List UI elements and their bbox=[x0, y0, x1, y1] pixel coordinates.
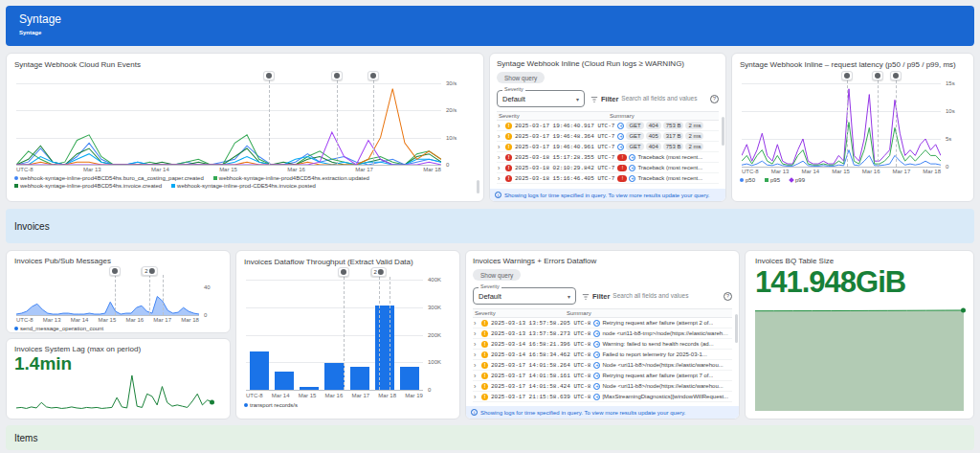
legend-item[interactable]: p95 bbox=[765, 177, 780, 183]
legend-label: webhook-syntage-inline-prod4BCD54hs.extr… bbox=[219, 175, 369, 181]
show-query-button[interactable]: Show query bbox=[473, 269, 521, 281]
legend-item[interactable]: webhook-syntage-inline-prod4BCD54hs.extr… bbox=[213, 175, 369, 181]
expand-chevron-icon[interactable]: › bbox=[474, 351, 479, 358]
expand-chevron-icon[interactable]: › bbox=[474, 362, 479, 369]
expand-plus-icon[interactable]: + bbox=[617, 123, 624, 129]
expand-chevron-icon[interactable]: › bbox=[498, 154, 502, 161]
log-row[interactable]: ›!2025-03-18 15:17:28.355 UTC-7!+Traceba… bbox=[497, 152, 719, 163]
log-summary: +Warning: failed to send health records … bbox=[593, 341, 731, 348]
log-row[interactable]: ›!2025-03-17 19:46:40.961 UTC-7+GET40475… bbox=[497, 142, 719, 152]
log-row[interactable]: ›!2025-03-18 15:16:46.405 UTC-7!+Traceba… bbox=[497, 173, 719, 184]
expand-chevron-icon[interactable]: › bbox=[498, 144, 502, 150]
expand-plus-icon[interactable]: + bbox=[593, 383, 600, 390]
help-icon[interactable]: ? bbox=[724, 292, 732, 301]
event-dot-icon bbox=[341, 269, 346, 275]
cloud-run-events-chart[interactable]: 30/s20/s10/s0 bbox=[16, 83, 441, 166]
log-row[interactable]: ›!2025-03-17 19:46:48.364 UTC-7+GET40531… bbox=[497, 131, 719, 142]
event-marker-badge[interactable]: 2 bbox=[142, 266, 157, 276]
event-marker-badge[interactable] bbox=[368, 71, 379, 80]
bar[interactable] bbox=[300, 387, 319, 390]
event-marker-badge[interactable] bbox=[890, 71, 902, 80]
search-input[interactable]: Search all fields and values bbox=[621, 95, 707, 102]
legend-scrollbar[interactable] bbox=[477, 180, 479, 193]
expand-plus-icon[interactable]: + bbox=[617, 144, 624, 150]
legend-marker-icon bbox=[14, 184, 18, 188]
panel-title: Syntage Webhook Inline – request latency… bbox=[740, 60, 966, 69]
bar[interactable] bbox=[375, 306, 394, 390]
event-marker-badge[interactable] bbox=[841, 71, 853, 80]
expand-plus-icon[interactable]: + bbox=[593, 330, 600, 337]
bar[interactable] bbox=[250, 351, 269, 390]
event-marker-badge[interactable] bbox=[338, 267, 349, 277]
pubsub-chart[interactable]: 4002 bbox=[16, 278, 199, 316]
log-row[interactable]: ›!2025-03-13 13:57:58.205 UTC-8+Retrying… bbox=[473, 318, 732, 328]
expand-plus-icon[interactable]: + bbox=[593, 320, 600, 327]
log-row[interactable]: ›!2025-03-13 13:57:58.273 UTC-8+node <ur… bbox=[473, 328, 732, 339]
section-header-invoices[interactable]: Invoices bbox=[6, 209, 974, 243]
log-row[interactable]: ›!2025-03-14 16:58:21.396 UTC-8+Warning:… bbox=[473, 339, 732, 350]
log-row[interactable]: ›!2025-03-17 14:01:58.424 UTC-8+Node <ur… bbox=[473, 381, 732, 392]
bq-size-area-chart[interactable] bbox=[755, 305, 964, 411]
expand-plus-icon[interactable]: + bbox=[593, 351, 600, 358]
event-marker-badge[interactable]: 2 bbox=[371, 267, 387, 277]
filter-icon bbox=[582, 287, 590, 305]
expand-chevron-icon[interactable]: › bbox=[474, 320, 479, 327]
expand-chevron-icon[interactable]: › bbox=[498, 165, 502, 171]
event-marker-badge[interactable] bbox=[263, 71, 275, 80]
expand-chevron-icon[interactable]: › bbox=[474, 373, 479, 379]
logs-scrollbar[interactable] bbox=[735, 314, 738, 343]
log-row[interactable]: ›!2025-03-17 14:01:58.161 UTC-8+Retrying… bbox=[473, 371, 732, 381]
expand-plus-icon[interactable]: + bbox=[593, 373, 600, 379]
log-timestamp: 2025-03-18 15:17:28.355 UTC-7 bbox=[515, 154, 614, 161]
system-lag-sparkline[interactable] bbox=[16, 375, 212, 410]
legend-item[interactable]: transport records/s bbox=[244, 402, 298, 408]
log-row[interactable]: ›!2025-03-17 19:46:40.917 UTC-7+GET40475… bbox=[497, 121, 719, 131]
expand-plus-icon[interactable]: + bbox=[629, 154, 635, 161]
legend-marker-icon bbox=[171, 184, 175, 188]
legend-item[interactable]: p50 bbox=[740, 177, 755, 183]
bar[interactable] bbox=[400, 367, 419, 390]
bar[interactable] bbox=[350, 367, 369, 390]
legend-item[interactable]: webhook-syntage-inline-prod-CDE54hs.invo… bbox=[171, 183, 316, 189]
help-icon[interactable]: ? bbox=[710, 95, 719, 103]
legend-item[interactable]: send_message_operation_count bbox=[14, 326, 103, 331]
expand-plus-icon[interactable]: + bbox=[629, 175, 635, 182]
expand-plus-icon[interactable]: + bbox=[617, 133, 624, 140]
event-marker-badge[interactable] bbox=[109, 266, 121, 276]
bar[interactable] bbox=[275, 372, 294, 390]
error-badge-icon: ! bbox=[617, 175, 627, 182]
section-header-items[interactable]: Items bbox=[6, 425, 974, 450]
event-marker-line bbox=[847, 80, 848, 167]
event-marker-badge[interactable] bbox=[331, 71, 343, 80]
log-row[interactable]: ›!2025-03-14 16:58:34.462 UTC-8+Failed t… bbox=[473, 350, 732, 360]
log-row[interactable]: ›!2025-03-17 14:01:58.264 UTC-8+Node <ur… bbox=[473, 360, 732, 371]
log-row[interactable]: ›!2025-03-18 02:10:29.842 UTC-7!+Traceba… bbox=[497, 163, 719, 173]
show-query-button[interactable]: Show query bbox=[497, 72, 545, 83]
legend-item[interactable]: webhook-syntage-inline-prod4BCD54hs.buro… bbox=[14, 175, 204, 181]
expand-plus-icon[interactable]: + bbox=[593, 394, 600, 400]
expand-chevron-icon[interactable]: › bbox=[474, 341, 479, 348]
logs-scrollbar[interactable] bbox=[722, 117, 724, 146]
expand-plus-icon[interactable]: + bbox=[593, 341, 600, 348]
log-summary: !+Traceback (most recent... bbox=[617, 154, 718, 161]
dashboard-page: Syntage Syntage Syntage Webhook Cloud Ru… bbox=[0, 0, 980, 453]
expand-plus-icon[interactable]: + bbox=[593, 362, 600, 369]
expand-chevron-icon[interactable]: › bbox=[474, 383, 479, 390]
expand-plus-icon[interactable]: + bbox=[629, 165, 635, 171]
expand-chevron-icon[interactable]: › bbox=[498, 175, 502, 182]
severity-select[interactable]: Severity Default ▾ bbox=[473, 287, 576, 305]
throughput-bar-chart[interactable]: 400K300K200K100K02 bbox=[246, 280, 423, 391]
expand-chevron-icon[interactable]: › bbox=[474, 394, 479, 400]
event-marker-badge[interactable] bbox=[872, 71, 883, 80]
bar[interactable] bbox=[324, 363, 344, 390]
legend-item[interactable]: p99 bbox=[790, 177, 805, 183]
latency-chart[interactable]: 15s10s5s0 bbox=[742, 83, 941, 168]
expand-chevron-icon[interactable]: › bbox=[498, 123, 502, 129]
expand-chevron-icon[interactable]: › bbox=[474, 330, 479, 337]
severity-select[interactable]: Severity Default ▾ bbox=[497, 90, 585, 107]
search-input[interactable]: Search all fields and values bbox=[612, 292, 721, 300]
expand-chevron-icon[interactable]: › bbox=[498, 133, 502, 140]
log-row[interactable]: ›!2025-03-17 21:15:58.639 UTC-8+[MaxStre… bbox=[473, 392, 732, 402]
x-axis-tick-label: Mar 15 bbox=[99, 317, 117, 323]
legend-item[interactable]: webhook-syntage-inline-prod4BCD54hs.invo… bbox=[14, 183, 162, 189]
